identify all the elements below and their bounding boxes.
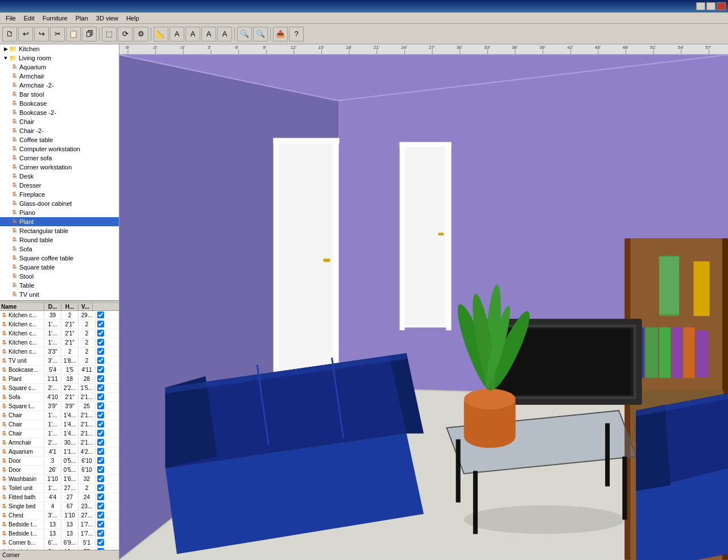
- list-row-3[interactable]: 🪑Kitchen c...1'...2'1"2: [0, 338, 119, 347]
- toolbar-btn-0[interactable]: 🗋: [2, 27, 17, 42]
- toolbar-btn-7[interactable]: ⬚: [102, 27, 117, 42]
- list-checkbox-23[interactable]: [96, 520, 106, 529]
- list-row-13[interactable]: 🪑Chair1'...1'4...2'1...: [0, 429, 119, 438]
- list-checkbox-18[interactable]: [96, 475, 106, 484]
- checkbox-input-18[interactable]: [97, 475, 104, 482]
- checkbox-input-9[interactable]: [97, 393, 104, 400]
- list-row-12[interactable]: 🪑Chair1'...1'4...2'1...: [0, 420, 119, 429]
- menu-item-furniture[interactable]: Furniture: [39, 14, 71, 23]
- checkbox-input-25[interactable]: [97, 539, 104, 546]
- list-row-15[interactable]: 🪑Aquarium4'11'1...4'2...: [0, 447, 119, 457]
- tree-item-26[interactable]: 🪑Table: [0, 281, 119, 290]
- list-checkbox-14[interactable]: [96, 438, 106, 447]
- toolbar-btn-2[interactable]: ↪: [34, 27, 49, 42]
- tree-item-0[interactable]: ▶📁Kitchen: [0, 44, 119, 53]
- checkbox-input-0[interactable]: [97, 312, 104, 318]
- tree-item-22[interactable]: 🪑Sofa: [0, 244, 119, 254]
- list-row-22[interactable]: 🪑Chest3'...1'1027...: [0, 511, 119, 520]
- tree-item-25[interactable]: 🪑Stool: [0, 272, 119, 281]
- checkbox-input-5[interactable]: [97, 357, 104, 364]
- tree-view[interactable]: ▶📁Kitchen▼📁Living room🪑Aquarium🪑Armchair…: [0, 44, 119, 301]
- toolbar-btn-13[interactable]: A: [185, 27, 200, 42]
- tree-item-24[interactable]: 🪑Square table: [0, 263, 119, 272]
- list-checkbox-15[interactable]: [96, 447, 106, 457]
- list-checkbox-13[interactable]: [96, 429, 106, 438]
- list-row-16[interactable]: 🪑Door30'5...6'10: [0, 457, 119, 466]
- tree-item-3[interactable]: 🪑Armchair: [0, 72, 119, 81]
- toolbar-btn-21[interactable]: ?: [289, 27, 304, 42]
- list-row-21[interactable]: 🪑Single bed46723...: [0, 502, 119, 511]
- tree-item-14[interactable]: 🪑Desk: [0, 172, 119, 181]
- list-row-9[interactable]: 🪑Sofa4'102'1"2'1...: [0, 393, 119, 402]
- toolbar-btn-17[interactable]: 🔍: [237, 27, 252, 42]
- list-checkbox-7[interactable]: [96, 375, 106, 384]
- checkbox-input-12[interactable]: [97, 421, 104, 428]
- toolbar-btn-14[interactable]: A: [201, 27, 216, 42]
- list-row-4[interactable]: 🪑Kitchen c...3'3"22: [0, 347, 119, 356]
- list-row-19[interactable]: 🪑Toilet unit1'...27...2: [0, 484, 119, 493]
- checkbox-input-8[interactable]: [97, 384, 104, 391]
- list-row-8[interactable]: 🪑Square c...2'...2'2...1'5...: [0, 384, 119, 393]
- checkbox-input-17[interactable]: [97, 466, 104, 473]
- menu-item-plan[interactable]: Plan: [72, 14, 92, 23]
- toolbar-btn-9[interactable]: ⚙: [134, 27, 148, 42]
- list-checkbox-0[interactable]: [96, 311, 106, 320]
- list-checkbox-12[interactable]: [96, 420, 106, 429]
- tree-item-9[interactable]: 🪑Chair -2-: [0, 126, 119, 135]
- toolbar-btn-4[interactable]: 📋: [66, 27, 81, 42]
- list-row-11[interactable]: 🪑Chair1'...1'4...2'1...: [0, 411, 119, 420]
- list-checkbox-20[interactable]: [96, 493, 106, 502]
- tree-item-1[interactable]: ▼📁Living room: [0, 53, 119, 63]
- list-checkbox-11[interactable]: [96, 411, 106, 420]
- list-checkbox-21[interactable]: [96, 502, 106, 511]
- 3d-scene[interactable]: [119, 55, 728, 560]
- list-row-10[interactable]: 🪑Square t...3'9"3'9"25: [0, 402, 119, 411]
- toolbar-btn-12[interactable]: A: [169, 27, 184, 42]
- tree-item-13[interactable]: 🪑Corner workstation: [0, 163, 119, 172]
- list-checkbox-8[interactable]: [96, 384, 106, 393]
- checkbox-input-6[interactable]: [97, 366, 104, 373]
- tree-item-15[interactable]: 🪑Dresser: [0, 181, 119, 190]
- tree-item-2[interactable]: 🪑Aquarium: [0, 63, 119, 72]
- toolbar-btn-3[interactable]: ✂: [50, 27, 65, 42]
- col-height[interactable]: H...: [61, 303, 78, 310]
- list-checkbox-2[interactable]: [96, 329, 106, 338]
- checkbox-input-7[interactable]: [97, 375, 104, 382]
- checkbox-input-19[interactable]: [97, 484, 104, 491]
- checkbox-input-1[interactable]: [97, 321, 104, 327]
- list-view[interactable]: 🪑Kitchen c...39229...🪑Kitchen c...1'...2…: [0, 311, 119, 550]
- toolbar-btn-5[interactable]: 🗍: [82, 27, 97, 42]
- list-checkbox-22[interactable]: [96, 511, 106, 520]
- checkbox-input-21[interactable]: [97, 503, 104, 509]
- list-row-7[interactable]: 🪑Plant1'111828: [0, 375, 119, 384]
- tree-item-27[interactable]: 🪑TV unit: [0, 290, 119, 299]
- col-name[interactable]: Name: [0, 303, 44, 310]
- list-row-0[interactable]: 🪑Kitchen c...39229...: [0, 311, 119, 320]
- checkbox-input-13[interactable]: [97, 430, 104, 437]
- checkbox-input-20[interactable]: [97, 493, 104, 500]
- list-checkbox-4[interactable]: [96, 347, 106, 356]
- tree-item-12[interactable]: 🪑Corner sofa: [0, 154, 119, 163]
- checkbox-input-14[interactable]: [97, 439, 104, 446]
- tree-item-6[interactable]: 🪑Bookcase: [0, 99, 119, 108]
- toolbar-btn-11[interactable]: 📐: [154, 27, 168, 42]
- list-row-1[interactable]: 🪑Kitchen c...1'...2'1"2: [0, 320, 119, 329]
- col-depth[interactable]: D...: [44, 303, 61, 310]
- list-checkbox-5[interactable]: [96, 356, 106, 366]
- menu-item-file[interactable]: File: [2, 14, 19, 23]
- menu-item-edit[interactable]: Edit: [20, 14, 38, 23]
- col-visible[interactable]: V...: [78, 303, 93, 310]
- tree-item-21[interactable]: 🪑Round table: [0, 235, 119, 244]
- checkbox-input-15[interactable]: [97, 448, 104, 455]
- checkbox-input-2[interactable]: [97, 330, 104, 337]
- list-row-5[interactable]: 🪑TV unit3'...1'8...2: [0, 356, 119, 366]
- checkbox-input-10[interactable]: [97, 403, 104, 409]
- list-checkbox-25[interactable]: [96, 538, 106, 547]
- list-row-24[interactable]: 🪑Bedside t...13131'7...: [0, 529, 119, 538]
- list-checkbox-9[interactable]: [96, 393, 106, 402]
- menu-item-3d-view[interactable]: 3D view: [93, 14, 122, 23]
- maximize-button[interactable]: [706, 2, 715, 10]
- menu-item-help[interactable]: Help: [123, 14, 143, 23]
- list-checkbox-10[interactable]: [96, 402, 106, 411]
- tree-item-7[interactable]: 🪑Bookcase -2-: [0, 108, 119, 117]
